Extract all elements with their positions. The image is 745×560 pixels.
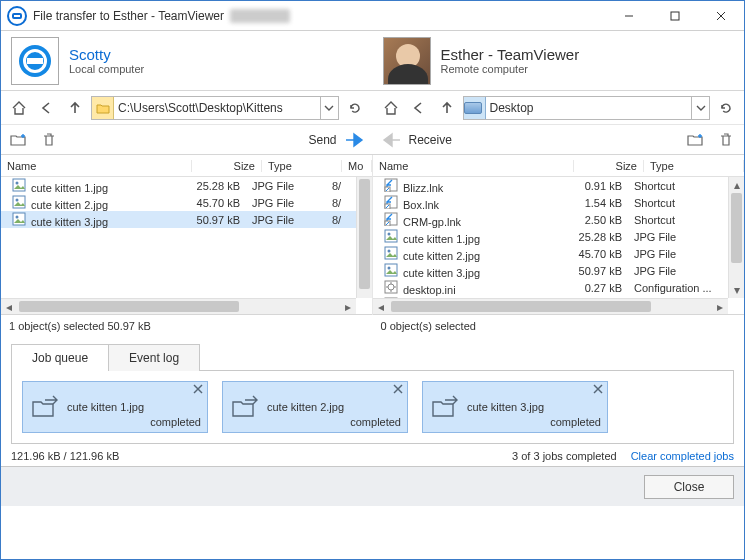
local-selection-status: 1 object(s) selected 50.97 kB — [1, 315, 373, 337]
local-nav: C:\Users\Scott\Desktop\Kittens — [1, 91, 373, 125]
file-modified: 8/ — [326, 197, 356, 209]
job-remove-button[interactable] — [593, 384, 603, 394]
svg-rect-18 — [385, 247, 397, 259]
remote-pane: Name Size Type Blizz.lnk0.91 kBShortcutB… — [373, 155, 744, 315]
file-size: 50.97 kB — [558, 265, 628, 277]
job-card[interactable]: cute kitten 3.jpgcompleted — [422, 381, 608, 433]
file-size: 25.28 kB — [558, 231, 628, 243]
transfer-icon — [429, 391, 461, 423]
file-row[interactable]: cute kitten 3.jpg50.97 kBJPG File8/ — [1, 211, 356, 228]
local-path-combo[interactable]: C:\Users\Scott\Desktop\Kittens — [91, 96, 339, 120]
remote-toolbar: Receive — [373, 125, 745, 155]
refresh-button-remote[interactable] — [714, 96, 738, 120]
file-row[interactable]: cute kitten 1.jpg25.28 kBJPG File8/ — [1, 177, 356, 194]
vertical-scrollbar[interactable] — [356, 177, 372, 298]
chevron-down-icon[interactable] — [320, 97, 338, 119]
file-name: cute kitten 2.jpg — [1, 194, 176, 211]
participants-header: Scotty Local computer Esther - TeamViewe… — [1, 31, 744, 91]
back-button-local[interactable] — [35, 96, 59, 120]
svg-rect-16 — [385, 230, 397, 242]
remote-name: Esther - TeamViewer — [441, 46, 580, 63]
file-row[interactable]: CRM-gp.lnk2.50 kBShortcut — [373, 211, 728, 228]
receive-button[interactable] — [379, 128, 403, 152]
col-size[interactable]: Size — [192, 160, 262, 172]
clear-completed-link[interactable]: Clear completed jobs — [631, 450, 734, 462]
send-button[interactable] — [343, 128, 367, 152]
file-row[interactable]: cute kitten 1.jpg25.28 kBJPG File — [373, 228, 728, 245]
up-button-local[interactable] — [63, 96, 87, 120]
home-button-remote[interactable] — [379, 96, 403, 120]
home-button-local[interactable] — [7, 96, 31, 120]
minimize-button[interactable] — [606, 1, 652, 31]
delete-button-local[interactable] — [37, 128, 61, 152]
folder-icon — [92, 97, 114, 119]
file-name: cute kitten 2.jpg — [373, 245, 558, 262]
file-icon — [383, 177, 399, 193]
file-modified: 8/ — [326, 214, 356, 226]
file-row[interactable]: cute kitten 3.jpg50.97 kBJPG File — [373, 262, 728, 279]
vertical-scrollbar[interactable]: ▴ ▾ — [728, 177, 744, 298]
local-file-list[interactable]: cute kitten 1.jpg25.28 kBJPG File8/cute … — [1, 177, 356, 314]
titlebar: File transfer to Esther - TeamViewer — [1, 1, 744, 31]
job-remove-button[interactable] — [393, 384, 403, 394]
col-type[interactable]: Type — [262, 160, 342, 172]
col-name[interactable]: Name — [373, 160, 574, 172]
col-modified[interactable]: Mo — [342, 160, 372, 172]
chevron-down-icon[interactable] — [691, 97, 709, 119]
job-tabs: Job queue Event log — [11, 343, 734, 370]
new-folder-button-remote[interactable] — [684, 128, 708, 152]
file-row[interactable]: Blizz.lnk0.91 kBShortcut — [373, 177, 728, 194]
jobs-progress: 3 of 3 jobs completed — [512, 450, 617, 462]
delete-button-remote[interactable] — [714, 128, 738, 152]
up-button-remote[interactable] — [435, 96, 459, 120]
file-row[interactable]: Box.lnk1.54 kBShortcut — [373, 194, 728, 211]
svg-rect-4 — [13, 179, 25, 191]
job-remove-button[interactable] — [193, 384, 203, 394]
file-type: JPG File — [628, 265, 728, 277]
new-folder-button-local[interactable] — [7, 128, 31, 152]
local-columns-header[interactable]: Name Size Type Mo — [1, 155, 372, 177]
send-label: Send — [308, 133, 336, 147]
horizontal-scrollbar[interactable]: ◂▸ — [1, 298, 356, 314]
remote-columns-header[interactable]: Name Size Type — [373, 155, 744, 177]
svg-point-9 — [16, 216, 19, 219]
file-size: 25.28 kB — [176, 180, 246, 192]
window-title: File transfer to Esther - TeamViewer — [33, 9, 224, 23]
job-card[interactable]: cute kitten 2.jpgcompleted — [222, 381, 408, 433]
remote-role: Remote computer — [441, 63, 580, 75]
col-type[interactable]: Type — [644, 160, 744, 172]
close-button[interactable]: Close — [644, 475, 734, 499]
maximize-button[interactable] — [652, 1, 698, 31]
local-name: Scotty — [69, 46, 144, 63]
file-name: CRM-gp.lnk — [373, 211, 558, 228]
file-name: cute kitten 3.jpg — [373, 262, 558, 279]
col-size[interactable]: Size — [574, 160, 644, 172]
refresh-button-local[interactable] — [343, 96, 367, 120]
remote-path-combo[interactable]: Desktop — [463, 96, 711, 120]
file-type: JPG File — [246, 180, 326, 192]
remote-file-list[interactable]: Blizz.lnk0.91 kBShortcutBox.lnk1.54 kBSh… — [373, 177, 728, 314]
file-row[interactable]: cute kitten 2.jpg45.70 kBJPG File — [373, 245, 728, 262]
file-row[interactable]: desktop.ini0.27 kBConfiguration ... — [373, 279, 728, 296]
job-card[interactable]: cute kitten 1.jpgcompleted — [22, 381, 208, 433]
back-button-remote[interactable] — [407, 96, 431, 120]
job-filename: cute kitten 3.jpg — [467, 401, 544, 413]
tab-event-log[interactable]: Event log — [109, 344, 200, 371]
job-state: completed — [150, 416, 201, 428]
file-type: Configuration ... — [628, 282, 728, 294]
transfer-icon — [29, 391, 61, 423]
remote-selection-status: 0 object(s) selected — [373, 315, 745, 337]
tab-job-queue[interactable]: Job queue — [11, 344, 109, 371]
drive-icon — [464, 97, 486, 119]
close-window-button[interactable] — [698, 1, 744, 31]
file-transfer-window: File transfer to Esther - TeamViewer Sco… — [0, 0, 745, 560]
horizontal-scrollbar[interactable]: ◂▸ — [373, 298, 728, 314]
local-avatar — [11, 37, 59, 85]
col-name[interactable]: Name — [1, 160, 192, 172]
file-modified: 8/ — [326, 180, 356, 192]
svg-rect-6 — [13, 196, 25, 208]
svg-point-19 — [388, 250, 391, 253]
file-row[interactable]: cute kitten 2.jpg45.70 kBJPG File8/ — [1, 194, 356, 211]
job-queue-panel: cute kitten 1.jpgcompletedcute kitten 2.… — [11, 370, 734, 444]
svg-point-5 — [16, 182, 19, 185]
